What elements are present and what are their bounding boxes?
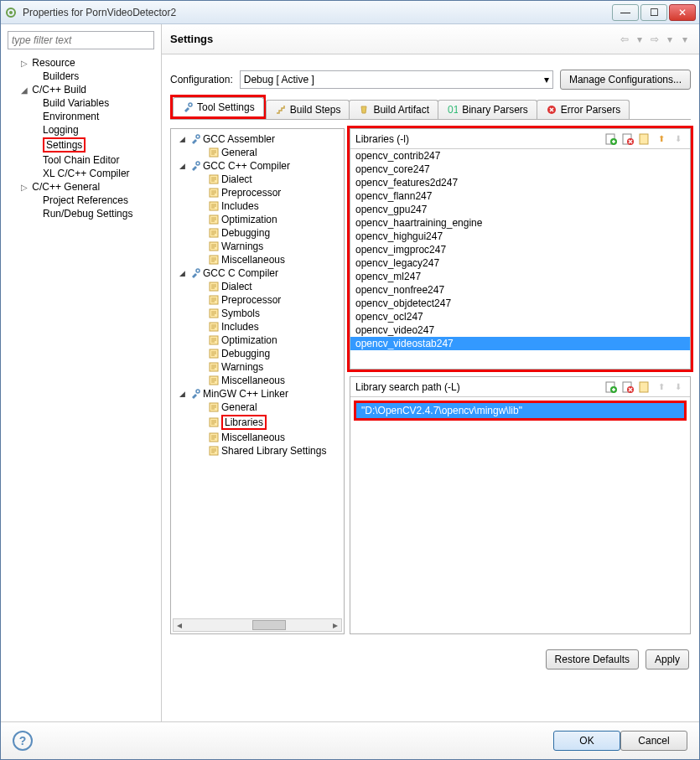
tool-tree[interactable]: ◢GCC AssemblerGeneral◢GCC C++ CompilerDi… [170,128,345,634]
add-path-icon[interactable] [604,380,618,394]
category-item[interactable]: Settings [8,137,154,153]
tool-tree-item[interactable]: Warnings [174,240,340,253]
tool-tree-item[interactable]: Debugging [174,347,340,360]
category-item[interactable]: XL C/C++ Compiler [8,167,154,180]
tool-tree-item[interactable]: General [174,401,340,414]
scroll-right-icon[interactable]: ▸ [329,619,341,631]
cancel-button[interactable]: Cancel [620,731,687,751]
tool-tree-item[interactable]: Miscellaneous [174,431,340,444]
library-item[interactable]: opencv_legacy247 [350,256,690,270]
library-paths-box: Library search path (-L) ⬆ ⬇ [350,376,691,634]
library-item[interactable]: opencv_highgui247 [350,230,690,243]
nav-dropdown-1[interactable]: ▾ [634,34,646,45]
page-icon [208,445,220,457]
page-icon [208,308,220,319]
scroll-left-icon[interactable]: ◂ [174,619,185,631]
library-item[interactable]: opencv_contrib247 [350,149,690,163]
nav-dropdown-2[interactable]: ▾ [664,34,676,45]
tool-tree-item[interactable]: Dialect [174,173,340,186]
main-content: ▷ ResourceBuilders◢ C/C++ BuildBuild Var… [1,24,699,721]
help-icon[interactable]: ? [13,731,33,751]
dialog-footer: ? OK Cancel [1,721,699,759]
scroll-thumb[interactable] [252,620,286,630]
category-item[interactable]: Builders [8,70,154,83]
category-item[interactable]: Logging [8,123,154,137]
add-icon[interactable] [604,132,618,146]
category-tree[interactable]: ▷ ResourceBuilders◢ C/C++ BuildBuild Var… [8,56,154,220]
library-item[interactable]: opencv_objdetect247 [350,297,690,310]
nav-fwd-icon[interactable]: ⇨ [649,34,661,45]
library-item[interactable]: opencv_videostab247 [350,337,690,350]
nav-back-icon[interactable]: ⇦ [619,34,630,45]
library-item[interactable]: opencv_ocl247 [350,310,690,323]
library-item[interactable]: opencv_nonfree247 [350,283,690,297]
category-item[interactable]: ▷ C/C++ General [8,180,154,194]
tool-tree-item[interactable]: Includes [174,199,340,213]
category-item[interactable]: Run/Debug Settings [8,207,154,220]
category-item[interactable]: Environment [8,110,154,123]
tool-tree-item[interactable]: Optimization [174,333,340,347]
tool-tree-item[interactable]: Preprocessor [174,293,340,307]
delete-path-icon[interactable] [621,380,635,394]
library-item[interactable]: opencv_haartraining_engine [350,216,690,230]
library-item[interactable]: opencv_imgproc247 [350,243,690,256]
maximize-button[interactable]: ☐ [640,4,667,21]
library-item[interactable]: opencv_video247 [350,323,690,337]
minimize-button[interactable]: — [612,4,639,21]
restore-defaults-button[interactable]: Restore Defaults [546,649,639,670]
settings-pane: Settings ⇦ ▾ ⇨ ▾ ▾ Configuration: Debug … [162,24,699,721]
category-item[interactable]: ▷ Resource [8,56,154,70]
tool-tree-item[interactable]: ◢GCC Assembler [174,132,340,146]
config-select[interactable]: Debug [ Active ] ▾ [240,70,553,89]
tab-build-steps[interactable]: Build Steps [266,100,350,119]
ok-button[interactable]: OK [553,731,620,751]
tool-tree-item[interactable]: Includes [174,320,340,333]
category-item[interactable]: Build Variables [8,96,154,110]
horizontal-scrollbar[interactable]: ◂ ▸ [173,618,342,632]
tool-tree-item[interactable]: Warnings [174,360,340,374]
library-paths-list[interactable]: "D:\OpenCV2.4.7\opencv\mingw\lib" [356,403,684,418]
nav-menu-icon[interactable]: ▾ [679,34,691,45]
tool-tree-item[interactable]: ◢GCC C++ Compiler [174,159,340,173]
binary-icon: 010 [447,104,459,116]
svg-point-1 [9,11,13,14]
tool-tree-item[interactable]: General [174,146,340,159]
filter-input[interactable] [8,31,154,49]
category-item[interactable]: Tool Chain Editor [8,153,154,167]
library-item[interactable]: opencv_ml247 [350,270,690,283]
tool-tree-item[interactable]: ◢MinGW C++ Linker [174,387,340,401]
tool-tree-item[interactable]: Debugging [174,226,340,240]
tool-tree-item[interactable]: Miscellaneous [174,253,340,266]
close-button[interactable]: ✕ [669,4,696,21]
tool-tree-item[interactable]: Libraries [174,414,340,431]
library-item[interactable]: opencv_gpu247 [350,203,690,216]
library-item[interactable]: opencv_flann247 [350,189,690,203]
tab-error-parsers[interactable]: Error Parsers [537,100,630,119]
edit-icon[interactable] [638,132,651,146]
library-path-item[interactable]: "D:\OpenCV2.4.7\opencv\mingw\lib" [356,403,684,418]
tab-tool-settings[interactable]: Tool Settings [173,97,264,116]
move-down-icon[interactable]: ⬇ [671,132,685,146]
tab-binary-parsers[interactable]: 010Binary Parsers [438,100,537,119]
library-item[interactable]: opencv_core247 [350,163,690,176]
library-item[interactable]: opencv_features2d247 [350,176,690,189]
manage-configurations-button[interactable]: Manage Configurations... [560,70,691,90]
tool-tree-item[interactable]: Dialect [174,280,340,293]
delete-icon[interactable] [621,132,635,146]
tool-tree-item[interactable]: ◢GCC C Compiler [174,266,340,280]
apply-button[interactable]: Apply [646,649,689,670]
move-up-icon[interactable]: ⬆ [655,132,668,146]
category-item[interactable]: Project References [8,194,154,207]
tool-tree-item[interactable]: Shared Library Settings [174,444,340,458]
move-path-down-icon[interactable]: ⬇ [671,380,685,394]
edit-path-icon[interactable] [638,380,651,394]
tool-tree-item[interactable]: Preprocessor [174,186,340,199]
move-path-up-icon[interactable]: ⬆ [655,380,668,394]
tab-build-artifact[interactable]: Build Artifact [349,100,438,119]
tool-tree-item[interactable]: Optimization [174,213,340,226]
category-item[interactable]: ◢ C/C++ Build [8,83,154,96]
libraries-list[interactable]: opencv_contrib247opencv_core247opencv_fe… [350,149,690,369]
tool-tree-item[interactable]: Symbols [174,307,340,320]
tool-tree-item[interactable]: Miscellaneous [174,374,340,387]
libraries-label: Libraries (-l) [355,133,599,145]
